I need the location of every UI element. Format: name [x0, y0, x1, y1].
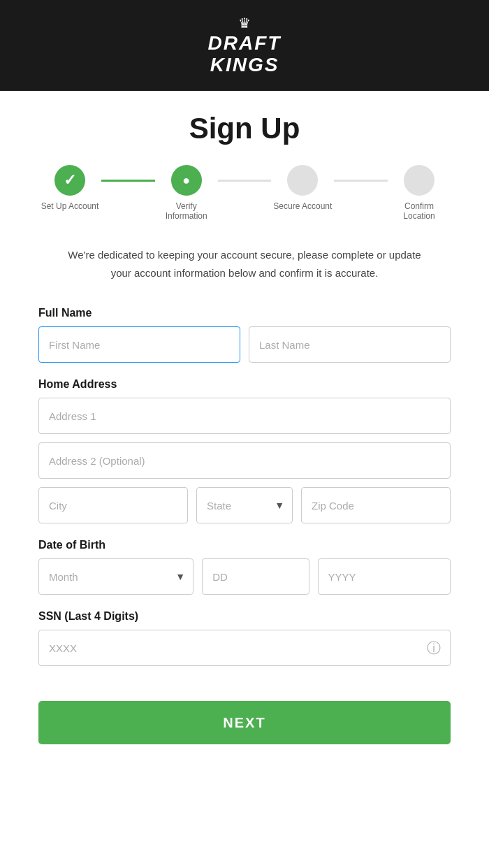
step-2-dot: ● — [182, 173, 190, 188]
dob-label: Date of Birth — [38, 539, 451, 551]
ssn-section: SSN (Last 4 Digits) ⓘ — [38, 610, 451, 666]
ssn-wrapper: ⓘ — [38, 630, 451, 666]
step-3: Secure Account — [271, 165, 334, 211]
step-3-label: Secure Account — [271, 201, 334, 211]
step-3-circle — [287, 165, 318, 196]
ssn-label: SSN (Last 4 Digits) — [38, 610, 451, 623]
main-content: Sign Up ✓ Set Up Account ● Verify Inform… — [0, 91, 489, 772]
address2-input[interactable] — [38, 442, 451, 479]
draftkings-logo: ♛ DRAFTKINGS — [208, 15, 282, 76]
connector-2-3 — [218, 180, 272, 182]
step-4: Confirm Location — [388, 165, 451, 221]
state-select-wrapper: State ALAKAZARCACOCTDEFLGAHIIDILINIAKSKY… — [196, 487, 293, 523]
dob-section: Date of Birth Month JanuaryFebruaryMarch… — [38, 539, 451, 595]
description-text: We're dedicated to keeping your account … — [38, 246, 451, 282]
check-icon: ✓ — [64, 171, 76, 189]
address1-input[interactable] — [38, 398, 451, 434]
month-select-wrapper: Month JanuaryFebruaryMarchAprilMayJuneJu… — [38, 558, 194, 595]
crown-icon: ♛ — [238, 15, 251, 31]
app-header: ♛ DRAFTKINGS — [0, 0, 489, 91]
city-input[interactable] — [38, 487, 188, 523]
step-2: ● Verify Information — [155, 165, 218, 221]
month-select[interactable]: Month JanuaryFebruaryMarchAprilMayJuneJu… — [38, 558, 194, 595]
progress-steps: ✓ Set Up Account ● Verify Information Se… — [38, 165, 451, 221]
ssn-input[interactable] — [38, 630, 451, 666]
full-name-label: Full Name — [38, 307, 451, 319]
connector-3-4 — [334, 180, 388, 182]
zip-input[interactable] — [301, 487, 451, 523]
step-1-label: Set Up Account — [38, 201, 101, 211]
step-2-circle: ● — [171, 165, 202, 196]
full-name-row — [38, 326, 451, 363]
connector-1-2 — [101, 180, 155, 182]
year-input[interactable] — [318, 558, 451, 595]
info-icon[interactable]: ⓘ — [427, 639, 441, 658]
last-name-input[interactable] — [249, 326, 451, 363]
page-title: Sign Up — [38, 112, 451, 145]
full-name-section: Full Name — [38, 307, 451, 363]
home-address-label: Home Address — [38, 378, 451, 391]
first-name-input[interactable] — [38, 326, 240, 363]
next-button[interactable]: NEXT — [38, 701, 451, 744]
day-input[interactable] — [202, 558, 309, 595]
state-select[interactable]: State ALAKAZARCACOCTDEFLGAHIIDILINIAKSKY… — [196, 487, 293, 523]
home-address-section: Home Address State ALAKAZARCACOCTDEFLGAH… — [38, 378, 451, 523]
dob-row: Month JanuaryFebruaryMarchAprilMayJuneJu… — [38, 558, 451, 595]
logo-text: DRAFTKINGS — [208, 33, 282, 76]
step-1: ✓ Set Up Account — [38, 165, 101, 211]
city-state-zip-row: State ALAKAZARCACOCTDEFLGAHIIDILINIAKSKY… — [38, 487, 451, 523]
step-2-label: Verify Information — [155, 201, 218, 221]
step-4-circle — [404, 165, 435, 196]
step-1-circle: ✓ — [54, 165, 85, 196]
step-4-label: Confirm Location — [388, 201, 451, 221]
